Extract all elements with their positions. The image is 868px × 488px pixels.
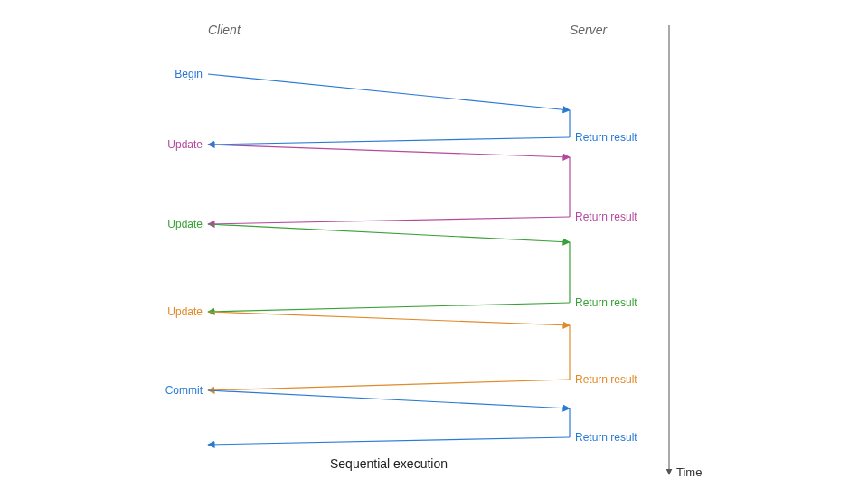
return-label: Return result [575,296,637,309]
diagram-caption: Sequential execution [330,456,448,471]
op-label: Commit [165,384,203,397]
response-line [208,137,570,145]
return-label: Return result [575,211,637,223]
op-label: Update [167,305,203,318]
time-axis-label: Time [676,465,702,479]
response-line [208,380,570,390]
lane-header-client: Client [208,23,241,37]
return-label: Return result [575,131,637,144]
request-line [208,390,570,408]
request-line [208,312,570,325]
response-line [208,217,570,224]
op-label: Update [167,218,203,230]
op-label: Begin [175,68,203,80]
return-label: Return result [575,373,637,386]
response-line [208,303,570,312]
lane-header-server: Server [570,23,609,37]
return-label: Return result [575,431,637,444]
response-line [208,437,570,445]
request-line [208,74,570,110]
request-line [208,145,570,157]
op-label: Update [167,138,203,151]
sequence-diagram: ClientServerTimeBeginReturn resultUpdate… [0,0,868,488]
request-line [208,224,570,242]
